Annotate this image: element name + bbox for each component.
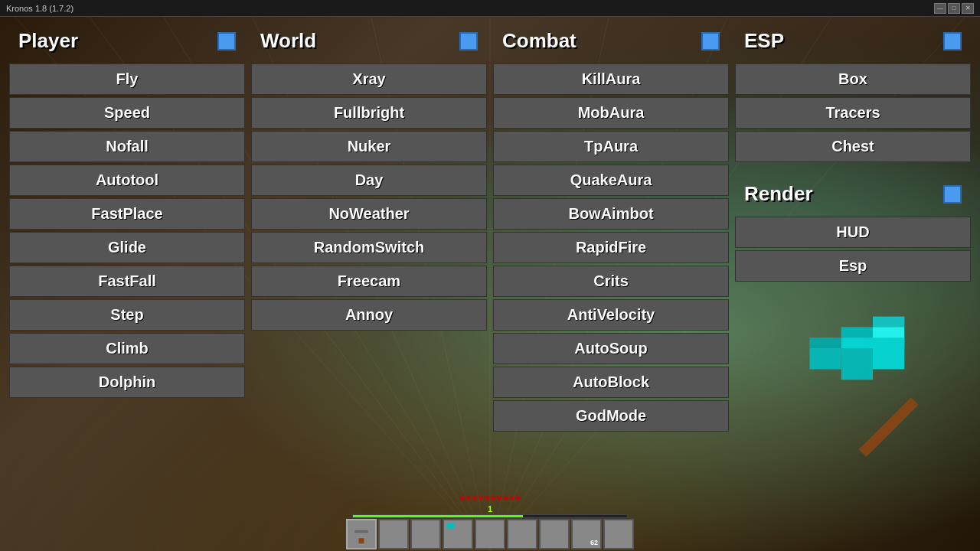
hotbar-slot-8[interactable]: 62: [571, 519, 602, 549]
player-item-speed[interactable]: Speed: [9, 97, 245, 129]
render-item-hud[interactable]: HUD: [735, 217, 971, 248]
combat-item-crits[interactable]: Crits: [493, 266, 729, 297]
world-item-annoy[interactable]: Annoy: [251, 299, 487, 331]
combat-toggle[interactable]: [701, 32, 720, 51]
titlebar-title: Kronos 1.8 (1.7.2): [6, 4, 74, 13]
level-number: 1: [488, 504, 492, 514]
combat-item-antivelocity[interactable]: AntiVelocity: [493, 299, 729, 331]
player-item-dolphin[interactable]: Dolphin: [9, 367, 245, 398]
esp-header: ESP: [735, 23, 971, 59]
combat-item-bowaimbot[interactable]: BowAimbot: [493, 198, 729, 230]
combat-title: Combat: [502, 29, 577, 53]
slot-8-count: 62: [590, 539, 598, 546]
player-item-fastplace[interactable]: FastPlace: [9, 198, 245, 230]
panel-render: Render HUD Esp: [735, 168, 971, 282]
svg-rect-24: [447, 523, 456, 529]
exp-bar-container: [352, 514, 628, 518]
right-panel: ESP Box Tracers Chest Render HUD Esp: [735, 23, 971, 545]
hotbar-slot-9[interactable]: [603, 519, 634, 549]
exp-bar-fill: [353, 515, 523, 517]
heart-10: ♥: [515, 493, 521, 504]
combat-item-mobaura[interactable]: MobAura: [493, 97, 729, 129]
heart-7: ♥: [497, 493, 502, 504]
hotbar-slot-4[interactable]: [443, 519, 473, 549]
combat-items: KillAura MobAura TpAura QuakeAura BowAim…: [493, 64, 729, 432]
heart-6: ♥: [491, 493, 496, 504]
world-items: Xray Fullbright Nuker Day NoWeather Rand…: [251, 64, 487, 331]
player-item-glide[interactable]: Glide: [9, 232, 245, 263]
esp-title: ESP: [744, 29, 784, 53]
world-item-freecam[interactable]: Freecam: [251, 266, 487, 297]
titlebar: Kronos 1.8 (1.7.2) — □ ✕: [0, 0, 980, 17]
heart-4: ♥: [478, 493, 483, 504]
world-item-day[interactable]: Day: [251, 165, 487, 196]
player-toggle[interactable]: [217, 32, 236, 51]
world-toggle[interactable]: [459, 32, 478, 51]
esp-items: Box Tracers Chest: [735, 64, 971, 162]
render-item-esp[interactable]: Esp: [735, 250, 971, 282]
mc-hearts: ♥ ♥ ♥ ♥ ♥ ♥ ♥ ♥ ♥ ♥: [459, 493, 521, 504]
player-item-nofall[interactable]: Nofall: [9, 131, 245, 162]
mc-hotbar: 62: [346, 519, 634, 549]
heart-9: ♥: [509, 493, 514, 504]
world-item-xray[interactable]: Xray: [251, 64, 487, 95]
world-item-randomswitch[interactable]: RandomSwitch: [251, 232, 487, 263]
combat-item-godmode[interactable]: GodMode: [493, 400, 729, 432]
heart-5: ♥: [484, 493, 489, 504]
combat-item-quakeaura[interactable]: QuakeAura: [493, 165, 729, 196]
sword-icon: [351, 523, 372, 545]
close-button[interactable]: ✕: [962, 3, 974, 14]
combat-item-tpaura[interactable]: TpAura: [493, 131, 729, 162]
hotbar-slot-6[interactable]: [507, 519, 537, 549]
heart-1: ♥: [459, 493, 465, 504]
player-item-step[interactable]: Step: [9, 299, 245, 331]
world-header: World: [251, 23, 487, 59]
world-item-nuker[interactable]: Nuker: [251, 131, 487, 162]
player-item-climb[interactable]: Climb: [9, 333, 245, 364]
titlebar-controls: — □ ✕: [934, 3, 974, 14]
esp-item-box[interactable]: Box: [735, 64, 971, 95]
combat-item-autoblock[interactable]: AutoBlock: [493, 367, 729, 398]
minimize-button[interactable]: —: [934, 3, 946, 14]
hotbar-slot-7[interactable]: [539, 519, 570, 549]
esp-item-chest[interactable]: Chest: [735, 131, 971, 162]
player-item-fly[interactable]: Fly: [9, 64, 245, 95]
heart-2: ♥: [466, 493, 471, 504]
hotbar-slot-1[interactable]: [346, 519, 377, 549]
esp-item-tracers[interactable]: Tracers: [735, 97, 971, 129]
render-toggle[interactable]: [943, 185, 962, 204]
render-header: Render: [735, 176, 971, 212]
render-title: Render: [744, 182, 813, 206]
panel-combat: Combat KillAura MobAura TpAura QuakeAura…: [493, 23, 729, 545]
ui-container: Player Fly Speed Nofall Autotool FastPla…: [0, 17, 980, 551]
svg-rect-22: [359, 538, 364, 543]
player-item-autotool[interactable]: Autotool: [9, 165, 245, 196]
svg-rect-21: [354, 530, 368, 533]
player-title: Player: [18, 29, 78, 53]
panel-player: Player Fly Speed Nofall Autotool FastPla…: [9, 23, 245, 545]
combat-item-rapidfire[interactable]: RapidFire: [493, 232, 729, 263]
player-header: Player: [9, 23, 245, 59]
player-item-fastfall[interactable]: FastFall: [9, 266, 245, 297]
combat-item-autosoup[interactable]: AutoSoup: [493, 333, 729, 364]
player-items: Fly Speed Nofall Autotool FastPlace Glid…: [9, 64, 245, 398]
world-title: World: [260, 29, 316, 53]
esp-toggle[interactable]: [943, 32, 962, 51]
world-item-fullbright[interactable]: Fullbright: [251, 97, 487, 129]
world-item-noweather[interactable]: NoWeather: [251, 198, 487, 230]
heart-3: ♥: [472, 493, 477, 504]
hotbar-slot-5[interactable]: [475, 519, 505, 549]
combat-header: Combat: [493, 23, 729, 59]
panel-esp: ESP Box Tracers Chest: [735, 23, 971, 162]
maximize-button[interactable]: □: [948, 3, 960, 14]
heart-8: ♥: [503, 493, 508, 504]
pickaxe-icon: [444, 520, 466, 542]
hotbar-slot-3[interactable]: [410, 519, 441, 549]
combat-item-killaura[interactable]: KillAura: [493, 64, 729, 95]
panel-world: World Xray Fullbright Nuker Day NoWeathe…: [251, 23, 487, 545]
mc-hud: ♥ ♥ ♥ ♥ ♥ ♥ ♥ ♥ ♥ ♥ 1: [346, 493, 634, 551]
hotbar-slot-2[interactable]: [378, 519, 409, 549]
render-items: HUD Esp: [735, 217, 971, 282]
level-display: 1: [488, 504, 492, 514]
